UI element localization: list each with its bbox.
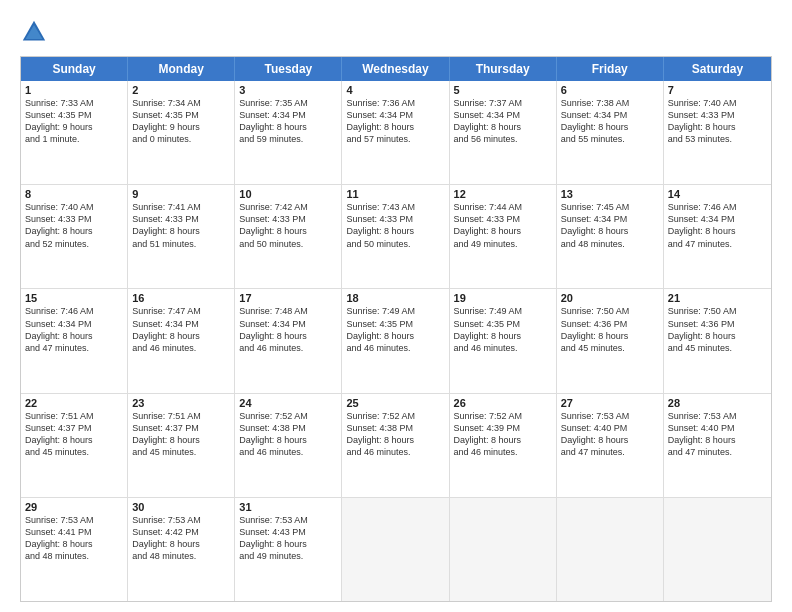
- cell-text: Sunrise: 7:38 AMSunset: 4:34 PMDaylight:…: [561, 97, 659, 146]
- calendar-cell: 3Sunrise: 7:35 AMSunset: 4:34 PMDaylight…: [235, 81, 342, 184]
- day-number: 28: [668, 397, 767, 409]
- calendar-row-2: 8Sunrise: 7:40 AMSunset: 4:33 PMDaylight…: [21, 185, 771, 289]
- cell-text: Sunrise: 7:33 AMSunset: 4:35 PMDaylight:…: [25, 97, 123, 146]
- cell-text: Sunrise: 7:53 AMSunset: 4:40 PMDaylight:…: [668, 410, 767, 459]
- cell-text: Sunrise: 7:53 AMSunset: 4:41 PMDaylight:…: [25, 514, 123, 563]
- cell-text: Sunrise: 7:34 AMSunset: 4:35 PMDaylight:…: [132, 97, 230, 146]
- day-number: 1: [25, 84, 123, 96]
- day-number: 12: [454, 188, 552, 200]
- cell-text: Sunrise: 7:53 AMSunset: 4:42 PMDaylight:…: [132, 514, 230, 563]
- calendar-cell: 4Sunrise: 7:36 AMSunset: 4:34 PMDaylight…: [342, 81, 449, 184]
- calendar-cell: 7Sunrise: 7:40 AMSunset: 4:33 PMDaylight…: [664, 81, 771, 184]
- calendar-header-friday: Friday: [557, 57, 664, 81]
- header: [20, 18, 772, 46]
- calendar: SundayMondayTuesdayWednesdayThursdayFrid…: [20, 56, 772, 602]
- calendar-cell: 28Sunrise: 7:53 AMSunset: 4:40 PMDayligh…: [664, 394, 771, 497]
- day-number: 2: [132, 84, 230, 96]
- cell-text: Sunrise: 7:50 AMSunset: 4:36 PMDaylight:…: [668, 305, 767, 354]
- cell-text: Sunrise: 7:35 AMSunset: 4:34 PMDaylight:…: [239, 97, 337, 146]
- calendar-cell: 24Sunrise: 7:52 AMSunset: 4:38 PMDayligh…: [235, 394, 342, 497]
- day-number: 6: [561, 84, 659, 96]
- calendar-cell: 30Sunrise: 7:53 AMSunset: 4:42 PMDayligh…: [128, 498, 235, 601]
- calendar-cell: [557, 498, 664, 601]
- calendar-header-monday: Monday: [128, 57, 235, 81]
- calendar-cell: 22Sunrise: 7:51 AMSunset: 4:37 PMDayligh…: [21, 394, 128, 497]
- calendar-header-saturday: Saturday: [664, 57, 771, 81]
- cell-text: Sunrise: 7:52 AMSunset: 4:38 PMDaylight:…: [346, 410, 444, 459]
- calendar-header: SundayMondayTuesdayWednesdayThursdayFrid…: [21, 57, 771, 81]
- cell-text: Sunrise: 7:52 AMSunset: 4:38 PMDaylight:…: [239, 410, 337, 459]
- cell-text: Sunrise: 7:40 AMSunset: 4:33 PMDaylight:…: [25, 201, 123, 250]
- day-number: 29: [25, 501, 123, 513]
- calendar-cell: 9Sunrise: 7:41 AMSunset: 4:33 PMDaylight…: [128, 185, 235, 288]
- calendar-cell: 21Sunrise: 7:50 AMSunset: 4:36 PMDayligh…: [664, 289, 771, 392]
- day-number: 16: [132, 292, 230, 304]
- calendar-cell: 17Sunrise: 7:48 AMSunset: 4:34 PMDayligh…: [235, 289, 342, 392]
- calendar-cell: 10Sunrise: 7:42 AMSunset: 4:33 PMDayligh…: [235, 185, 342, 288]
- cell-text: Sunrise: 7:41 AMSunset: 4:33 PMDaylight:…: [132, 201, 230, 250]
- calendar-header-thursday: Thursday: [450, 57, 557, 81]
- calendar-cell: 11Sunrise: 7:43 AMSunset: 4:33 PMDayligh…: [342, 185, 449, 288]
- day-number: 4: [346, 84, 444, 96]
- cell-text: Sunrise: 7:53 AMSunset: 4:43 PMDaylight:…: [239, 514, 337, 563]
- day-number: 27: [561, 397, 659, 409]
- day-number: 18: [346, 292, 444, 304]
- calendar-cell: 27Sunrise: 7:53 AMSunset: 4:40 PMDayligh…: [557, 394, 664, 497]
- day-number: 7: [668, 84, 767, 96]
- calendar-cell: 1Sunrise: 7:33 AMSunset: 4:35 PMDaylight…: [21, 81, 128, 184]
- calendar-cell: 12Sunrise: 7:44 AMSunset: 4:33 PMDayligh…: [450, 185, 557, 288]
- calendar-cell: 18Sunrise: 7:49 AMSunset: 4:35 PMDayligh…: [342, 289, 449, 392]
- calendar-header-tuesday: Tuesday: [235, 57, 342, 81]
- day-number: 17: [239, 292, 337, 304]
- cell-text: Sunrise: 7:49 AMSunset: 4:35 PMDaylight:…: [346, 305, 444, 354]
- day-number: 21: [668, 292, 767, 304]
- cell-text: Sunrise: 7:46 AMSunset: 4:34 PMDaylight:…: [25, 305, 123, 354]
- day-number: 10: [239, 188, 337, 200]
- cell-text: Sunrise: 7:51 AMSunset: 4:37 PMDaylight:…: [132, 410, 230, 459]
- day-number: 9: [132, 188, 230, 200]
- cell-text: Sunrise: 7:36 AMSunset: 4:34 PMDaylight:…: [346, 97, 444, 146]
- calendar-cell: [342, 498, 449, 601]
- page: SundayMondayTuesdayWednesdayThursdayFrid…: [0, 0, 792, 612]
- calendar-header-wednesday: Wednesday: [342, 57, 449, 81]
- calendar-cell: 8Sunrise: 7:40 AMSunset: 4:33 PMDaylight…: [21, 185, 128, 288]
- day-number: 26: [454, 397, 552, 409]
- day-number: 13: [561, 188, 659, 200]
- day-number: 20: [561, 292, 659, 304]
- day-number: 3: [239, 84, 337, 96]
- calendar-header-sunday: Sunday: [21, 57, 128, 81]
- cell-text: Sunrise: 7:49 AMSunset: 4:35 PMDaylight:…: [454, 305, 552, 354]
- calendar-cell: 16Sunrise: 7:47 AMSunset: 4:34 PMDayligh…: [128, 289, 235, 392]
- calendar-row-5: 29Sunrise: 7:53 AMSunset: 4:41 PMDayligh…: [21, 498, 771, 601]
- day-number: 22: [25, 397, 123, 409]
- logo-icon: [20, 18, 48, 46]
- calendar-cell: [664, 498, 771, 601]
- calendar-cell: 23Sunrise: 7:51 AMSunset: 4:37 PMDayligh…: [128, 394, 235, 497]
- day-number: 19: [454, 292, 552, 304]
- day-number: 31: [239, 501, 337, 513]
- day-number: 23: [132, 397, 230, 409]
- cell-text: Sunrise: 7:37 AMSunset: 4:34 PMDaylight:…: [454, 97, 552, 146]
- cell-text: Sunrise: 7:45 AMSunset: 4:34 PMDaylight:…: [561, 201, 659, 250]
- day-number: 24: [239, 397, 337, 409]
- calendar-cell: 31Sunrise: 7:53 AMSunset: 4:43 PMDayligh…: [235, 498, 342, 601]
- calendar-cell: 19Sunrise: 7:49 AMSunset: 4:35 PMDayligh…: [450, 289, 557, 392]
- day-number: 15: [25, 292, 123, 304]
- day-number: 5: [454, 84, 552, 96]
- cell-text: Sunrise: 7:43 AMSunset: 4:33 PMDaylight:…: [346, 201, 444, 250]
- calendar-cell: 15Sunrise: 7:46 AMSunset: 4:34 PMDayligh…: [21, 289, 128, 392]
- cell-text: Sunrise: 7:44 AMSunset: 4:33 PMDaylight:…: [454, 201, 552, 250]
- day-number: 30: [132, 501, 230, 513]
- calendar-cell: 5Sunrise: 7:37 AMSunset: 4:34 PMDaylight…: [450, 81, 557, 184]
- cell-text: Sunrise: 7:50 AMSunset: 4:36 PMDaylight:…: [561, 305, 659, 354]
- cell-text: Sunrise: 7:40 AMSunset: 4:33 PMDaylight:…: [668, 97, 767, 146]
- logo: [20, 18, 52, 46]
- day-number: 14: [668, 188, 767, 200]
- day-number: 11: [346, 188, 444, 200]
- calendar-cell: 26Sunrise: 7:52 AMSunset: 4:39 PMDayligh…: [450, 394, 557, 497]
- cell-text: Sunrise: 7:47 AMSunset: 4:34 PMDaylight:…: [132, 305, 230, 354]
- day-number: 8: [25, 188, 123, 200]
- day-number: 25: [346, 397, 444, 409]
- calendar-row-1: 1Sunrise: 7:33 AMSunset: 4:35 PMDaylight…: [21, 81, 771, 185]
- calendar-body: 1Sunrise: 7:33 AMSunset: 4:35 PMDaylight…: [21, 81, 771, 601]
